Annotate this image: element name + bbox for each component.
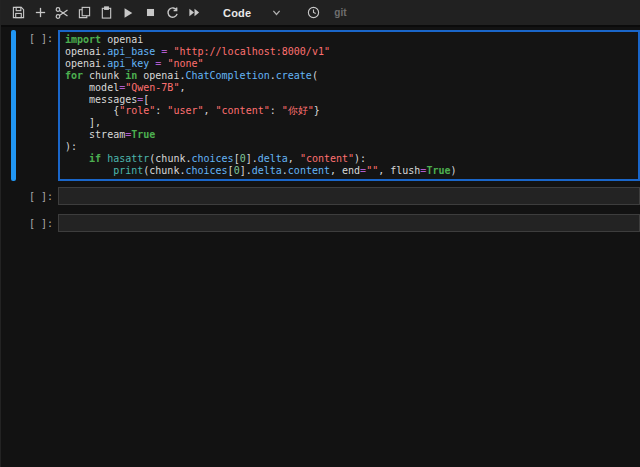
save-button[interactable]: [7, 1, 29, 25]
copy-cells-button[interactable]: [73, 1, 95, 25]
jupyterlab-notebook: Code git [ ]: import openaiopenai.api_ba…: [0, 0, 640, 467]
stop-icon: [145, 7, 156, 18]
run-cell-button[interactable]: [117, 1, 139, 25]
notebook-toolbar: Code git: [1, 0, 640, 27]
code-editor[interactable]: import openaiopenai.api_base = "http://l…: [58, 30, 640, 181]
kernel-history-button[interactable]: [302, 1, 324, 25]
cell-type-label: Code: [223, 7, 251, 19]
scissors-icon: [55, 6, 69, 20]
cell-prompt: [ ]:: [16, 187, 58, 205]
copy-icon: [78, 6, 91, 19]
save-icon: [12, 6, 25, 19]
interrupt-kernel-button[interactable]: [139, 1, 161, 25]
restart-kernel-button[interactable]: [161, 1, 183, 25]
code-cell-2: [ ]:: [11, 187, 640, 205]
cell-type-dropdown[interactable]: Code: [219, 1, 286, 25]
cut-cells-button[interactable]: [51, 1, 73, 25]
clock-icon: [307, 6, 320, 19]
play-icon: [122, 7, 134, 19]
restart-icon: [166, 6, 179, 19]
clipboard-icon: [100, 6, 113, 19]
plus-icon: [34, 6, 47, 19]
cell-prompt: [ ]:: [16, 214, 58, 232]
restart-run-all-button[interactable]: [183, 1, 205, 25]
add-cell-button[interactable]: [29, 1, 51, 25]
cell-prompt: [ ]:: [16, 30, 58, 181]
chevron-down-icon: [271, 4, 282, 22]
code-editor-empty[interactable]: [58, 214, 640, 232]
paste-cells-button[interactable]: [95, 1, 117, 25]
notebook-content: [ ]: import openaiopenai.api_base = "htt…: [1, 27, 640, 467]
code-cell-3: [ ]:: [11, 214, 640, 232]
fast-forward-icon: [188, 6, 201, 19]
code-cell-1: [ ]: import openaiopenai.api_base = "htt…: [11, 30, 640, 181]
code-editor-empty[interactable]: [58, 187, 640, 205]
git-label: git: [334, 7, 346, 18]
